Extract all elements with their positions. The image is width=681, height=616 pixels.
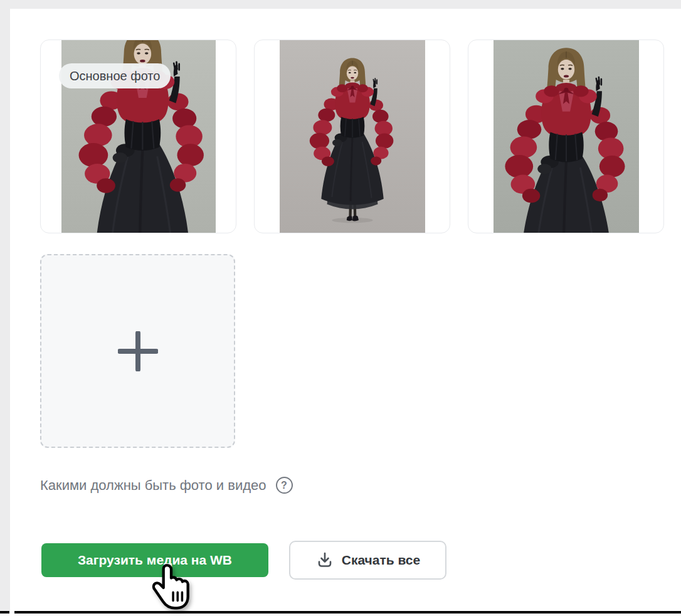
help-text[interactable]: Какими должны быть фото и видео bbox=[40, 477, 267, 494]
photo-card-main[interactable]: Основное фото bbox=[40, 40, 236, 233]
question-circle-icon[interactable]: ? bbox=[276, 477, 293, 494]
download-all-button[interactable]: Скачать все bbox=[289, 541, 446, 580]
media-requirements-help: Какими должны быть фото и видео ? bbox=[40, 477, 293, 494]
bottom-rule-left bbox=[0, 611, 9, 613]
photo-card-2[interactable] bbox=[254, 40, 450, 233]
upload-media-button[interactable]: Загрузить медиа на WB bbox=[41, 543, 268, 577]
photo-card-3[interactable] bbox=[468, 40, 664, 233]
add-media-tile[interactable] bbox=[40, 254, 235, 448]
bottom-rule-main bbox=[14, 611, 681, 613]
plus-icon bbox=[118, 331, 158, 371]
download-icon bbox=[315, 551, 334, 570]
download-all-label: Скачать все bbox=[342, 553, 420, 568]
media-upload-page: Основное фото Какими должны быть фото и … bbox=[0, 0, 681, 616]
product-photo-2 bbox=[280, 40, 425, 233]
product-photo-3 bbox=[494, 40, 639, 233]
page-background-left bbox=[0, 0, 10, 611]
main-photo-badge: Основное фото bbox=[59, 63, 171, 88]
page-background-top bbox=[0, 0, 681, 9]
